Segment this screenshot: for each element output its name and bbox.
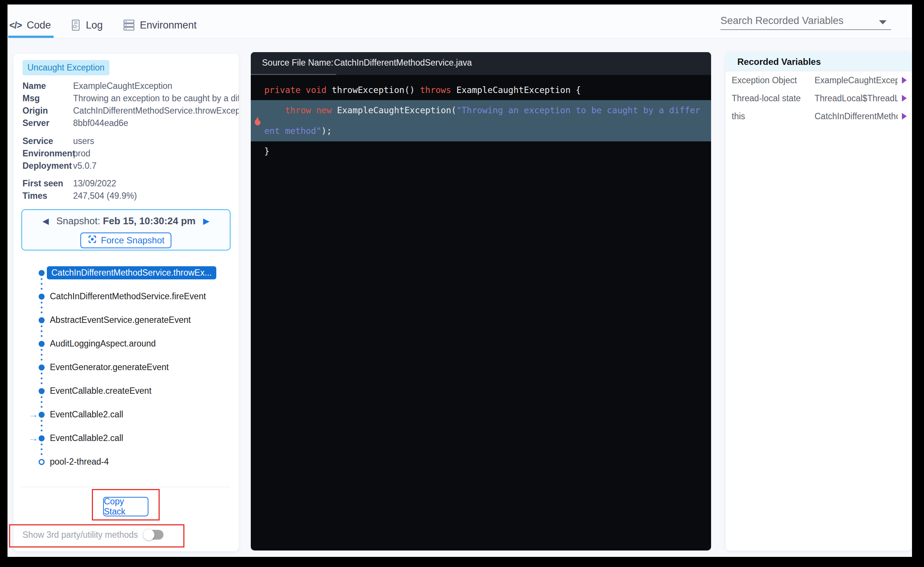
environment-icon (123, 20, 135, 31)
frame-dot-icon (39, 270, 45, 276)
recorded-variables-title: Recorded Variables (737, 57, 821, 67)
frame-dot-icon (39, 341, 45, 347)
detail-row-service: Service users (22, 135, 239, 147)
recorded-variables-header: Recorded Variables (726, 52, 912, 71)
variable-row-this[interactable]: this CatchInDifferentMetho... (732, 110, 907, 122)
detail-row-environment: Environment prod (22, 147, 239, 160)
detail-row-first-seen: First seen 13/09/2022 (22, 177, 239, 190)
code-line-2b: ent method"); (251, 121, 711, 141)
exception-identity-group: Name ExampleCaughtException Msg Throwing… (22, 80, 239, 129)
tab-log[interactable]: Log (70, 18, 103, 32)
jump-arrow-icon: → (28, 409, 39, 420)
tab-log-label: Log (86, 20, 103, 31)
deployment-group: Service users Environment prod Deploymen… (22, 135, 239, 172)
search-recorded-variables-select[interactable]: Search Recorded Variables (720, 13, 891, 30)
select-underline (720, 29, 891, 30)
expand-arrow-icon[interactable] (902, 95, 907, 102)
search-select-label: Search Recorded Variables (720, 15, 843, 27)
annotation-rect-toggle (9, 524, 184, 547)
code-line-1: private void throwException() throws Exa… (251, 80, 711, 100)
stack-frame[interactable]: AuditLoggingAspect.around (14, 332, 239, 355)
force-snapshot-button[interactable]: Force Snapshot (80, 233, 171, 248)
snapshot-nav-row: ◀ Snapshot: Feb 15, 10:30:24 pm ▶ (22, 215, 230, 227)
snapshot-prev-icon[interactable]: ◀ (42, 217, 49, 226)
frame-dot-icon (39, 435, 45, 441)
tab-code[interactable]: </> Code (9, 18, 51, 32)
exception-panel: Uncaught Exception Name ExampleCaughtExc… (14, 54, 239, 551)
tab-environment[interactable]: Environment (123, 18, 197, 32)
force-snapshot-label: Force Snapshot (101, 235, 164, 246)
frame-dot-icon (39, 388, 45, 394)
top-tab-bar: </> Code Log Env (8, 5, 912, 38)
detail-row-name: Name ExampleCaughtException (22, 80, 239, 92)
divider (21, 487, 231, 487)
stack-trace-list: CatchInDifferentMethodService.throwEx...… (14, 261, 239, 474)
app-window: </> Code Log Env (8, 5, 912, 557)
recorded-variables-panel: Recorded Variables Exception Object Exam… (726, 52, 912, 550)
snapshot-next-icon[interactable]: ▶ (203, 217, 210, 226)
detail-row-origin: Origin CatchInDifferentMethodService.thr… (22, 105, 239, 117)
frame-dot-icon (39, 412, 45, 418)
stack-frame-thread[interactable]: pool-2-thread-4 (14, 450, 239, 474)
expand-arrow-icon[interactable] (902, 113, 907, 120)
stack-frame-jump[interactable]: → EventCallable2.call (14, 403, 239, 426)
stack-frame[interactable]: AbstractEventService.generateEvent (14, 308, 239, 332)
code-editor: Source File Name: CatchInDifferentMethod… (251, 52, 711, 550)
frame-dot-icon (39, 293, 45, 299)
snapshot-timestamp: Feb 15, 10:30:24 pm (103, 215, 196, 227)
stack-frame-selected[interactable]: CatchInDifferentMethodService.throwEx... (14, 261, 239, 284)
occurrence-group: First seen 13/09/2022 Times 247,504 (49.… (22, 177, 239, 202)
expand-arrow-icon[interactable] (902, 77, 907, 84)
active-tab-underline (8, 36, 54, 38)
thread-dot-icon (39, 459, 45, 465)
snapshot-label: Snapshot: Feb 15, 10:30:24 pm (56, 215, 195, 227)
code-icon: </> (9, 20, 22, 31)
code-line-3: } (251, 141, 711, 161)
snapshot-navigator: ◀ Snapshot: Feb 15, 10:30:24 pm ▶ Force … (21, 209, 231, 251)
log-icon (70, 19, 81, 31)
editor-header: Source File Name: CatchInDifferentMethod… (251, 52, 711, 75)
tab-code-label: Code (27, 20, 51, 31)
chevron-down-icon (879, 20, 886, 24)
frame-dot-icon (39, 317, 45, 323)
force-snapshot-icon (87, 235, 97, 247)
jump-arrow-icon: → (28, 432, 39, 444)
stack-frame[interactable]: EventGenerator.generateEvent (14, 355, 239, 379)
stack-frame-jump[interactable]: → EventCallable2.call (14, 426, 239, 450)
detail-row-msg: Msg Throwing an exception to be caught b… (22, 92, 239, 105)
detail-row-deployment: Deployment v5.0.7 (22, 160, 239, 172)
variable-row-exception-object[interactable]: Exception Object ExampleCaughtExcept... (732, 74, 907, 86)
source-file-name-label: Source File Name: (262, 58, 333, 68)
code-line-2a: throw new ExampleCaughtException("Throwi… (251, 100, 711, 121)
highlighted-line: throw new ExampleCaughtException("Throwi… (251, 100, 711, 141)
tab-environment-label: Environment (140, 20, 197, 31)
detail-row-times: Times 247,504 (49.9%) (22, 190, 239, 202)
editor-header-underline (251, 74, 336, 75)
stack-frame[interactable]: CatchInDifferentMethodService.fireEvent (14, 284, 239, 308)
exception-type-badge: Uncaught Exception (22, 60, 110, 75)
detail-row-server: Server 8bbf044ead6e (22, 117, 239, 129)
source-file-name: CatchInDifferentMethodService.java (334, 58, 472, 68)
variable-row-thread-local[interactable]: Thread-local state ThreadLocal$ThreadL..… (732, 92, 907, 104)
stack-frame[interactable]: EventCallable.createEvent (14, 379, 239, 403)
frame-dot-icon (39, 364, 45, 370)
annotation-rect-copy-stack (92, 489, 160, 520)
